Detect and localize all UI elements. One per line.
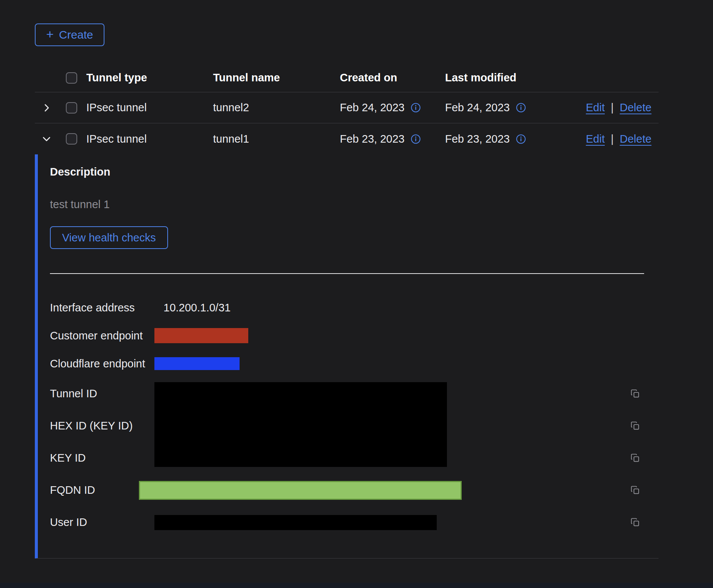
tunnels-table: Tunnel type Tunnel name Created on Last … <box>35 64 659 558</box>
copy-icon-tunnel-id[interactable] <box>630 389 640 399</box>
field-group-ids: Tunnel ID HEX ID (KEY ID) KEY ID <box>50 378 659 474</box>
interface-address-value: 10.200.1.0/31 <box>154 302 659 314</box>
info-icon[interactable] <box>516 103 526 113</box>
bottom-strip <box>0 583 713 588</box>
tunnel-type-value: IPsec tunnel <box>85 133 212 145</box>
edit-link[interactable]: Edit <box>586 133 605 145</box>
table-header-row: Tunnel type Tunnel name Created on Last … <box>35 64 659 92</box>
created-on-value: Feb 24, 2023 <box>340 101 405 114</box>
actions-separator: | <box>611 101 614 114</box>
select-all-checkbox[interactable] <box>66 72 77 84</box>
column-header-created-on: Created on <box>338 72 444 84</box>
last-modified-value: Feb 23, 2023 <box>445 133 510 145</box>
column-header-tunnel-type: Tunnel type <box>85 72 212 84</box>
info-icon[interactable] <box>411 134 421 144</box>
actions-separator: | <box>611 133 614 145</box>
info-icon[interactable] <box>411 103 421 113</box>
column-header-tunnel-name: Tunnel name <box>212 72 338 84</box>
copy-icon-hex-id[interactable] <box>630 421 640 431</box>
redaction-cloudflare-endpoint <box>154 357 240 370</box>
description-heading: Description <box>50 164 659 179</box>
field-label-hex-id: HEX ID (KEY ID) <box>50 410 154 442</box>
copy-icon-user-id[interactable] <box>630 517 640 527</box>
tunnel-name-value: tunnel1 <box>212 133 338 145</box>
field-label-interface-address: Interface address <box>50 302 154 314</box>
field-row-cloudflare-endpoint: Cloudflare endpoint <box>50 350 659 378</box>
field-label-key-id: KEY ID <box>50 442 154 474</box>
column-header-last-modified: Last modified <box>444 72 584 84</box>
table-row-tunnel2: IPsec tunnel tunnel2 Feb 24, 2023 Feb 24… <box>35 92 659 123</box>
description-value: test tunnel 1 <box>50 197 659 212</box>
view-health-checks-button[interactable]: View health checks <box>50 226 168 249</box>
table-row-tunnel1: IPsec tunnel tunnel1 Feb 23, 2023 Feb 23… <box>35 123 659 154</box>
row-checkbox-tunnel1[interactable] <box>66 133 77 145</box>
info-icon[interactable] <box>516 134 526 144</box>
section-divider <box>50 273 644 274</box>
redaction-user-id <box>154 515 437 530</box>
tunnel-type-value: IPsec tunnel <box>85 101 212 114</box>
edit-link[interactable]: Edit <box>586 101 605 114</box>
copy-icon-fqdn-id[interactable] <box>630 485 640 495</box>
tunnel-fields: Interface address 10.200.1.0/31 Customer… <box>50 294 659 538</box>
plus-icon: + <box>46 28 54 40</box>
created-on-value: Feb 23, 2023 <box>340 133 405 145</box>
ipsec-tunnels-page: + Create Tunnel type Tunnel name Created… <box>0 0 659 558</box>
field-label-user-id: User ID <box>50 516 154 529</box>
last-modified-value: Feb 24, 2023 <box>445 101 510 114</box>
copy-icon-key-id[interactable] <box>630 453 640 463</box>
create-button[interactable]: + Create <box>35 23 104 46</box>
chevron-right-icon[interactable] <box>41 103 52 113</box>
field-label-customer-endpoint: Customer endpoint <box>50 330 154 342</box>
redaction-ids-block <box>154 382 447 467</box>
field-row-user-id: User ID <box>50 506 659 538</box>
redaction-fqdn-id <box>139 481 462 500</box>
create-button-label: Create <box>59 28 93 41</box>
field-label-cloudflare-endpoint: Cloudflare endpoint <box>50 358 154 370</box>
row-checkbox-tunnel2[interactable] <box>66 102 77 114</box>
tunnel-details-panel: Description test tunnel 1 View health ch… <box>35 154 659 558</box>
redaction-customer-endpoint <box>154 328 248 343</box>
tunnel-name-value: tunnel2 <box>212 101 338 114</box>
field-label-tunnel-id: Tunnel ID <box>50 378 154 410</box>
field-row-fqdn-id: FQDN ID <box>50 474 659 506</box>
field-row-customer-endpoint: Customer endpoint <box>50 322 659 350</box>
field-row-interface-address: Interface address 10.200.1.0/31 <box>50 294 659 322</box>
chevron-down-icon[interactable] <box>41 134 52 144</box>
delete-link[interactable]: Delete <box>620 101 652 114</box>
delete-link[interactable]: Delete <box>620 133 652 145</box>
